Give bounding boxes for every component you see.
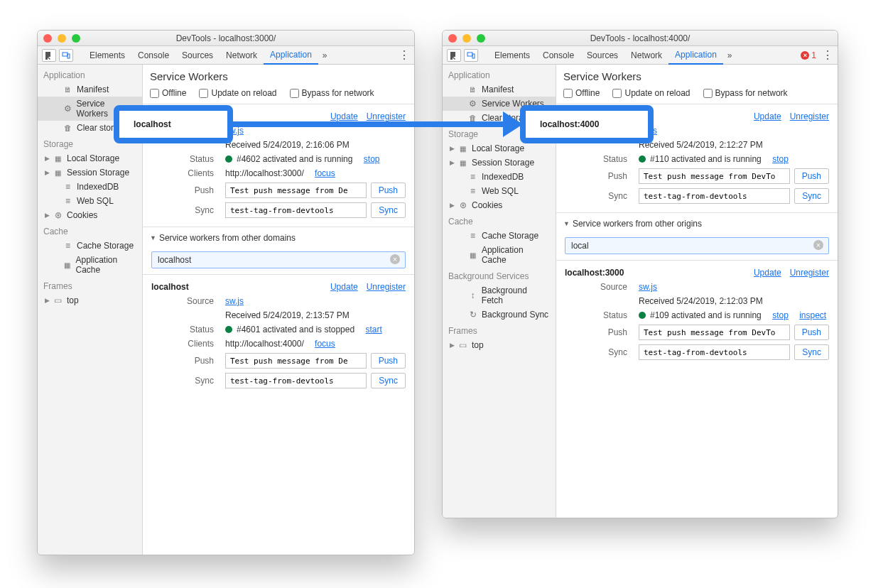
sidebar-item-clear-storage[interactable]: Clear storage [38,121,142,135]
start-link[interactable]: start [365,325,381,334]
sidebar-item-application-cache[interactable]: Application Cache [38,253,142,277]
stop-link[interactable]: stop [364,154,380,164]
minimize-icon[interactable] [462,34,471,43]
sidebar-item-cache-storage[interactable]: Cache Storage [443,229,556,243]
sidebar-item-application-cache[interactable]: Application Cache [443,243,556,267]
sidebar-item-websql[interactable]: Web SQL [443,184,556,198]
tab-sources[interactable]: Sources [580,46,624,65]
sidebar-item-session-storage[interactable]: ▶Session Storage [38,165,142,180]
minimize-icon[interactable] [58,34,66,43]
focus-link[interactable]: focus [315,339,335,349]
menu-icon[interactable]: ⋮ [822,48,833,62]
sidebar-item-service-workers[interactable]: Service Workers [38,97,142,121]
push-button[interactable]: Push [794,325,829,340]
more-tabs-icon[interactable]: » [727,50,732,60]
sidebar-item-top-frame[interactable]: ▶top [443,338,556,352]
more-tabs-icon[interactable]: » [323,50,327,60]
stop-link[interactable]: stop [772,154,789,164]
update-link[interactable]: Update [330,111,358,121]
push-button[interactable]: Push [794,168,829,184]
sidebar-item-cache-storage[interactable]: Cache Storage [38,239,142,253]
sidebar-item-local-storage[interactable]: ▶Local Storage [38,151,142,165]
tab-application[interactable]: Application [264,46,318,65]
sidebar-item-indexeddb[interactable]: IndexedDB [443,170,556,184]
chevron-down-icon[interactable]: ▼ [150,234,156,241]
sidebar-item-websql[interactable]: Web SQL [38,194,142,208]
filter-input[interactable] [565,237,829,254]
sidebar-item-local-storage[interactable]: ▶Local Storage [443,141,556,156]
offline-checkbox[interactable]: Offline [150,88,186,98]
device-toggle-icon[interactable] [464,49,478,62]
stop-link[interactable]: stop [772,310,789,320]
sidebar-item-manifest[interactable]: Manifest [443,82,556,97]
sync-input[interactable] [639,344,790,360]
source-link[interactable]: sw.js [225,296,244,306]
filter-input[interactable] [151,251,406,268]
bypass-checkbox[interactable]: Bypass for network [290,88,374,98]
device-toggle-icon[interactable] [59,49,73,62]
sidebar-item-session-storage[interactable]: ▶Session Storage [443,156,556,170]
tab-network[interactable]: Network [220,46,264,65]
push-button[interactable]: Push [371,353,406,369]
sync-input[interactable] [225,202,367,218]
focus-link[interactable]: focus [315,168,335,178]
source-link[interactable]: sw.js [225,126,244,136]
unregister-link[interactable]: Unregister [790,111,829,121]
sync-button[interactable]: Sync [794,188,829,204]
inspect-link[interactable]: inspect [799,310,826,320]
source-link[interactable]: sw.js [639,126,657,136]
update-link[interactable]: Update [330,282,358,292]
tab-elements[interactable]: Elements [488,46,536,65]
unregister-link[interactable]: Unregister [367,111,406,121]
sidebar-item-manifest[interactable]: Manifest [38,82,142,97]
window-title: DevTools - localhost:4000/ [443,33,838,43]
push-input[interactable] [225,353,367,369]
sidebar-item-service-workers[interactable]: Service Workers [443,97,556,111]
unregister-link[interactable]: Unregister [367,282,406,292]
menu-icon[interactable]: ⋮ [399,48,410,62]
tab-console[interactable]: Console [536,46,580,65]
push-input[interactable] [225,183,367,198]
sync-input[interactable] [639,188,790,204]
update-on-reload-checkbox[interactable]: Update on reload [612,88,690,98]
clear-filter-icon[interactable]: × [813,240,823,250]
bypass-checkbox[interactable]: Bypass for network [703,88,788,98]
unregister-link[interactable]: Unregister [790,268,829,278]
tab-console[interactable]: Console [131,46,175,65]
sidebar-item-cookies[interactable]: ▶Cookies [443,198,556,212]
sync-button[interactable]: Sync [371,373,406,388]
sw-origin: localhost [151,111,189,121]
push-button[interactable]: Push [371,183,406,198]
offline-checkbox[interactable]: Offline [563,88,600,98]
zoom-icon[interactable] [477,34,485,43]
close-icon[interactable] [43,34,52,43]
tab-sources[interactable]: Sources [175,46,220,65]
tab-application[interactable]: Application [668,46,723,65]
zoom-icon[interactable] [72,34,80,43]
error-indicator[interactable]: ×1 [801,50,816,60]
tab-network[interactable]: Network [624,46,668,65]
chevron-down-icon[interactable]: ▼ [563,220,570,227]
clear-filter-icon[interactable]: × [390,254,400,264]
sidebar-item-cookies[interactable]: ▶Cookies [38,208,142,222]
tab-elements[interactable]: Elements [83,46,131,65]
gear-icon [468,99,477,109]
sidebar-item-background-sync[interactable]: Background Sync [443,307,556,322]
push-input[interactable] [639,325,790,340]
push-input[interactable] [639,168,790,184]
update-link[interactable]: Update [754,268,781,278]
sidebar-item-top-frame[interactable]: ▶top [38,293,142,307]
sync-input[interactable] [225,373,367,388]
update-on-reload-checkbox[interactable]: Update on reload [199,88,276,98]
sidebar-item-indexeddb[interactable]: IndexedDB [38,180,142,194]
inspect-element-icon[interactable] [447,49,461,62]
sidebar-item-background-fetch[interactable]: Background Fetch [443,283,556,307]
sync-button[interactable]: Sync [371,202,406,218]
database-icon [468,232,477,241]
source-link[interactable]: sw.js [639,282,657,292]
update-link[interactable]: Update [754,111,781,121]
close-icon[interactable] [448,34,457,43]
received-text: Received 5/24/2019, 2:13:57 PM [225,310,406,320]
sync-button[interactable]: Sync [794,344,829,360]
inspect-element-icon[interactable] [42,49,56,62]
